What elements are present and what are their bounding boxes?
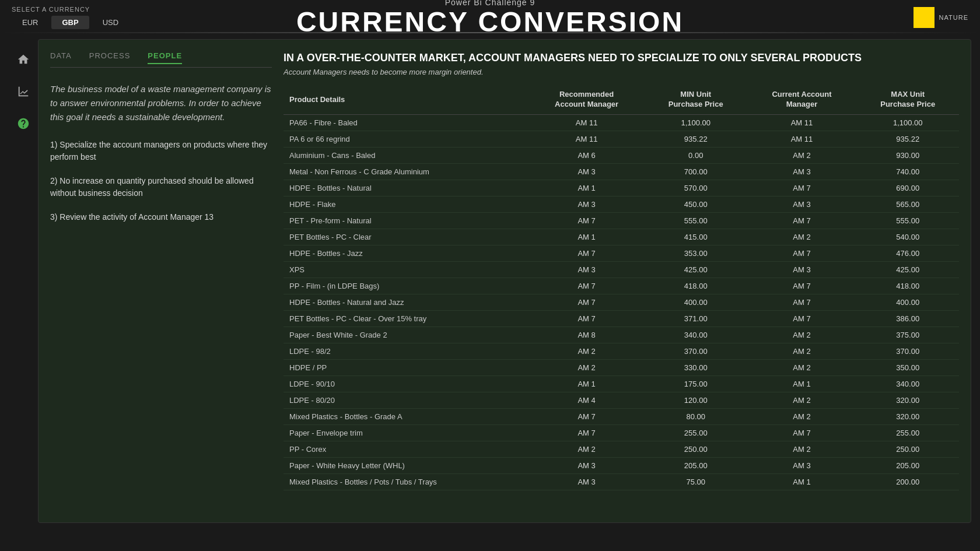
- cell-current: AM 7: [747, 311, 856, 327]
- top-bar: SELECT A CURRENCY EUR GBP USD Power Bi C…: [0, 0, 980, 32]
- cell-max-price: 320.00: [856, 392, 959, 409]
- cell-recommended: AM 1: [528, 376, 645, 392]
- nat-geo-text: NATURE: [939, 14, 968, 21]
- gbp-button[interactable]: GBP: [51, 16, 89, 29]
- cell-recommended: AM 7: [528, 278, 645, 294]
- main-title: CURRENCY CONVERSION: [296, 7, 684, 38]
- cell-current: AM 7: [747, 278, 856, 294]
- cell-current: AM 3: [747, 196, 856, 213]
- cell-min-price: 205.00: [645, 458, 747, 474]
- cell-product: Metal - Non Ferrous - C Grade Aluminium: [284, 164, 528, 180]
- cell-max-price: 200.00: [856, 474, 959, 490]
- table-row: LDPE - 80/20 AM 4 120.00 AM 2 320.00: [284, 392, 959, 409]
- cell-product: HDPE - Flake: [284, 196, 528, 213]
- cell-product: LDPE - 80/20: [284, 392, 528, 409]
- cell-max-price: 350.00: [856, 360, 959, 376]
- cell-product: Paper - Best White - Grade 2: [284, 327, 528, 343]
- cell-min-price: 450.00: [645, 196, 747, 213]
- cell-max-price: 250.00: [856, 441, 959, 458]
- main-content: DATA PROCESS PEOPLE The business model o…: [0, 39, 980, 529]
- point-3: 3) Review the activity of Account Manage…: [50, 211, 272, 223]
- col-recommended: RecommendedAccount Manager: [528, 85, 645, 114]
- table-row: Paper - White Heavy Letter (WHL) AM 3 20…: [284, 458, 959, 474]
- table-row: HDPE - Flake AM 3 450.00 AM 3 565.00: [284, 196, 959, 213]
- table-header-text: IN A OVER-THE-COUNTER MARKET, ACCOUNT MA…: [284, 51, 959, 76]
- cell-min-price: 120.00: [645, 392, 747, 409]
- point-1: 1) Specialize the account managers on pr…: [50, 139, 272, 163]
- cell-product: LDPE - 98/2: [284, 343, 528, 360]
- table-subheading: Account Managers needs to become more ma…: [284, 68, 959, 76]
- cell-current: AM 1: [747, 376, 856, 392]
- chart-icon[interactable]: [15, 83, 32, 100]
- cell-recommended: AM 7: [528, 213, 645, 229]
- home-icon[interactable]: [15, 51, 32, 68]
- table-row: Mixed Plastics - Bottles / Pots / Tubs /…: [284, 474, 959, 490]
- cell-recommended: AM 11: [528, 131, 645, 148]
- cell-recommended: AM 2: [528, 360, 645, 376]
- currency-label: SELECT A CURRENCY: [12, 6, 129, 13]
- col-product: Product Details: [284, 85, 528, 114]
- cell-max-price: 476.00: [856, 245, 959, 262]
- cell-recommended: AM 3: [528, 458, 645, 474]
- question-icon[interactable]: [15, 115, 32, 132]
- cell-current: AM 2: [747, 409, 856, 425]
- point-2: 2) No increase on quantity purchased sho…: [50, 175, 272, 199]
- cell-product: Mixed Plastics - Bottles - Grade A: [284, 409, 528, 425]
- cell-min-price: 415.00: [645, 229, 747, 245]
- table-row: PET Bottles - PC - Clear - Over 15% tray…: [284, 311, 959, 327]
- cell-recommended: AM 1: [528, 229, 645, 245]
- cell-current: AM 2: [747, 343, 856, 360]
- table-row: Paper - Best White - Grade 2 AM 8 340.00…: [284, 327, 959, 343]
- cell-product: PP - Film - (in LDPE Bags): [284, 278, 528, 294]
- table-container[interactable]: Product Details RecommendedAccount Manag…: [284, 85, 959, 511]
- cell-min-price: 371.00: [645, 311, 747, 327]
- cell-max-price: 340.00: [856, 376, 959, 392]
- col-min-price: MIN UnitPurchase Price: [645, 85, 747, 114]
- cell-product: PET Bottles - PC - Clear: [284, 229, 528, 245]
- currency-buttons: EUR GBP USD: [12, 16, 129, 29]
- cell-min-price: 80.00: [645, 409, 747, 425]
- right-content: IN A OVER-THE-COUNTER MARKET, ACCOUNT MA…: [284, 51, 959, 511]
- table-row: Metal - Non Ferrous - C Grade Aluminium …: [284, 164, 959, 180]
- left-sidebar: [9, 39, 38, 523]
- cell-max-price: 425.00: [856, 262, 959, 278]
- table-row: PP - Corex AM 2 250.00 AM 2 250.00: [284, 441, 959, 458]
- col-current-manager: Current AccountManager: [747, 85, 856, 114]
- cell-recommended: AM 7: [528, 409, 645, 425]
- cell-current: AM 3: [747, 164, 856, 180]
- eur-button[interactable]: EUR: [12, 16, 48, 29]
- cell-min-price: 255.00: [645, 425, 747, 441]
- cell-product: PA 6 or 66 regrind: [284, 131, 528, 148]
- cell-max-price: 418.00: [856, 278, 959, 294]
- cell-current: AM 3: [747, 458, 856, 474]
- cell-max-price: 935.22: [856, 131, 959, 148]
- cell-recommended: AM 7: [528, 294, 645, 311]
- cell-max-price: 540.00: [856, 229, 959, 245]
- cell-max-price: 565.00: [856, 196, 959, 213]
- usd-button[interactable]: USD: [92, 16, 129, 29]
- table-row: Mixed Plastics - Bottles - Grade A AM 7 …: [284, 409, 959, 425]
- cell-current: AM 7: [747, 180, 856, 196]
- cell-recommended: AM 1: [528, 180, 645, 196]
- col-max-price: MAX UnitPurchase Price: [856, 85, 959, 114]
- cell-max-price: 400.00: [856, 294, 959, 311]
- tab-process[interactable]: PROCESS: [89, 51, 131, 64]
- cell-product: PP - Corex: [284, 441, 528, 458]
- cell-product: PET Bottles - PC - Clear - Over 15% tray: [284, 311, 528, 327]
- cell-max-price: 205.00: [856, 458, 959, 474]
- tab-data[interactable]: DATA: [50, 51, 72, 64]
- cell-product: XPS: [284, 262, 528, 278]
- table-row: HDPE / PP AM 2 330.00 AM 2 350.00: [284, 360, 959, 376]
- cell-recommended: AM 3: [528, 164, 645, 180]
- cell-product: HDPE / PP: [284, 360, 528, 376]
- table-body: PA66 - Fibre - Baled AM 11 1,100.00 AM 1…: [284, 115, 959, 490]
- cell-recommended: AM 3: [528, 262, 645, 278]
- cell-max-price: 740.00: [856, 164, 959, 180]
- tab-people[interactable]: PEOPLE: [148, 51, 182, 64]
- cell-current: AM 2: [747, 360, 856, 376]
- cell-recommended: AM 3: [528, 474, 645, 490]
- cell-current: AM 7: [747, 213, 856, 229]
- cell-recommended: AM 7: [528, 245, 645, 262]
- cell-product: HDPE - Bottles - Natural and Jazz: [284, 294, 528, 311]
- cell-min-price: 250.00: [645, 441, 747, 458]
